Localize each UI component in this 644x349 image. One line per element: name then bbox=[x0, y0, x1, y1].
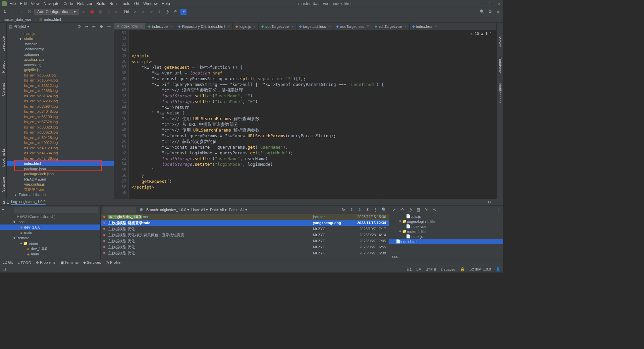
tab-close-icon[interactable]: × bbox=[254, 24, 256, 28]
status-branch[interactable]: ⎇ dev_1.0.0 bbox=[470, 267, 491, 271]
changed-file[interactable]: 📄 utils.js bbox=[389, 214, 503, 219]
changed-file[interactable]: 📄 index.js bbox=[389, 234, 503, 239]
tw-problems[interactable]: ⊘ Problems bbox=[36, 260, 56, 265]
tool-leetcode[interactable]: Leetcode bbox=[1, 36, 5, 51]
menu-tools[interactable]: Tools bbox=[121, 1, 130, 6]
search-commits-icon[interactable]: 🔍 bbox=[381, 207, 387, 213]
status-caret-pos[interactable]: 5:1 bbox=[407, 267, 412, 271]
commit-row[interactable]: 主数据模型:优化Mr.ZYG2023/10/7 17:17 bbox=[101, 226, 389, 232]
branch-item[interactable]: ◈ dev_1.0.0 bbox=[0, 246, 100, 251]
revert-icon[interactable]: ⤵ bbox=[357, 207, 363, 213]
git-update-icon[interactable]: ⤓ bbox=[156, 9, 162, 15]
options-icon[interactable]: ⚙ bbox=[98, 23, 104, 30]
tab-close-icon[interactable]: × bbox=[328, 24, 330, 28]
tw-todo[interactable]: ≡ TODO bbox=[17, 261, 31, 265]
tw-profiler[interactable]: ◷ Profiler bbox=[106, 260, 122, 265]
cherry-pick-icon[interactable]: ⤴ bbox=[348, 207, 355, 213]
tree-item[interactable]: hs_err_pid42436.log bbox=[7, 156, 114, 161]
head-branch[interactable]: HEAD (Current Branch) bbox=[0, 214, 100, 219]
breadcrumb-root[interactable]: master_data_vue bbox=[3, 17, 31, 21]
tree-item[interactable]: gulpfile.js bbox=[7, 67, 114, 73]
status-msg-icon[interactable]: ☐ bbox=[3, 267, 6, 271]
minimize-icon[interactable]: — bbox=[480, 1, 484, 6]
branch-tree[interactable]: HEAD (Current Branch)▾ Local◈ dev_1.0.0◈… bbox=[0, 214, 100, 259]
back-icon[interactable]: ← bbox=[10, 9, 16, 15]
maximize-icon[interactable]: ☐ bbox=[488, 1, 492, 6]
menu-navigate[interactable]: Navigate bbox=[44, 1, 59, 6]
changed-files-tree[interactable]: 📄 utils.js▾ 📁 pages\login 1 file📄 index.… bbox=[389, 214, 503, 253]
tree-item[interactable]: hs_err_pid16612.log bbox=[7, 83, 114, 88]
sync-icon[interactable]: ↻ bbox=[2, 9, 8, 15]
branch-item[interactable]: ◈ main bbox=[0, 230, 100, 235]
git-pull-icon[interactable]: ↙ bbox=[132, 9, 138, 15]
git-hide-icon[interactable]: — bbox=[494, 199, 500, 205]
branch-plus-icon[interactable]: + bbox=[2, 207, 4, 212]
refresh-icon[interactable]: ↻ bbox=[340, 207, 346, 213]
commit-list[interactable]: 🏷 origin & dev_1.0.0 xxxjackson2023/11/1… bbox=[101, 214, 389, 259]
tree-item[interactable]: .babelrc bbox=[7, 41, 114, 47]
tree-item[interactable]: hs_err_pid38620.log bbox=[7, 130, 114, 135]
settings-icon[interactable]: ⚙ bbox=[487, 9, 493, 15]
tree-item[interactable]: hs_err_pid6560.log bbox=[7, 72, 114, 78]
tab-close-icon[interactable]: × bbox=[228, 24, 230, 28]
tree-item[interactable]: package.json bbox=[7, 166, 114, 171]
changed-file[interactable]: ▾ 📁 pages\login 1 file bbox=[389, 219, 503, 224]
branch-search-input[interactable] bbox=[14, 207, 98, 213]
commit-row[interactable]: 主数据模型:优化Mr.ZYG2023/9/27 17:05 bbox=[101, 238, 389, 244]
editor-tab[interactable]: ◆editTarget.vue× bbox=[372, 23, 410, 30]
ide-icon[interactable]: ◆ bbox=[495, 9, 501, 15]
commit-row[interactable]: 主数据模型:优化Mr.ZYG2023/9/27 15:38 bbox=[101, 250, 389, 256]
project-tree[interactable]: main.js▸ static .babelrc .editorconfig .… bbox=[7, 30, 114, 199]
filter-date[interactable]: Date: All ▾ bbox=[210, 208, 227, 212]
git-branch-icon[interactable]: ⎇ bbox=[180, 9, 186, 15]
tree-item[interactable]: main.js bbox=[7, 31, 114, 36]
hide-icon[interactable]: — bbox=[106, 23, 112, 30]
tree-item[interactable]: hs_err_pid37624.log bbox=[7, 119, 114, 125]
editor-tab[interactable]: ◆index.less× bbox=[410, 23, 440, 30]
status-line-sep[interactable]: LF bbox=[417, 267, 421, 271]
commit-search-input[interactable] bbox=[103, 207, 136, 213]
tree-item[interactable]: hs_err_pid35100.log bbox=[7, 114, 114, 119]
commit-row[interactable]: 主数据模型:优化-表头背景颜色，登录按钮宽度Mr.ZYG2023/9/28 14… bbox=[101, 232, 389, 238]
commit-row[interactable]: 主数据模型:链接登录todoyangzhenguang2023/11/15 12… bbox=[101, 220, 389, 226]
tree-item[interactable]: vue.config.js bbox=[7, 182, 114, 187]
editor-tab[interactable]: ◆login.js× bbox=[233, 23, 259, 30]
close-icon[interactable]: ✕ bbox=[497, 1, 501, 6]
git-history-icon[interactable]: ◴ bbox=[164, 9, 170, 15]
git-commit-icon[interactable]: ✓ bbox=[140, 9, 146, 15]
menu-code[interactable]: Code bbox=[63, 1, 73, 6]
tool-notifications[interactable]: Notifications bbox=[498, 83, 502, 103]
inspection-widget[interactable]: ⚠10 ▲1 ˇ bbox=[470, 31, 492, 37]
tree-item[interactable]: hs_err_pid16544.log bbox=[7, 78, 114, 83]
tab-close-icon[interactable]: × bbox=[435, 24, 437, 28]
tree-item[interactable]: hs_err_pid38320.log bbox=[7, 124, 114, 130]
tree-item[interactable]: hs_err_pid31324.log bbox=[7, 93, 114, 99]
git-rollback-icon[interactable]: ↶ bbox=[172, 9, 178, 15]
tool-bookmarks[interactable]: Bookmarks bbox=[1, 148, 5, 167]
tw-terminal[interactable]: ▣ Terminal bbox=[60, 260, 78, 265]
editor-tab[interactable]: ◆addTarget.vue× bbox=[259, 23, 297, 30]
profile-icon[interactable]: ◷ bbox=[105, 9, 111, 15]
debug-icon[interactable]: 🐞 bbox=[89, 9, 95, 15]
tree-item[interactable]: ▸ External Libraries bbox=[7, 192, 114, 198]
locate-icon[interactable]: ⊙ bbox=[76, 23, 82, 30]
menu-view[interactable]: View bbox=[31, 1, 40, 6]
tree-item[interactable]: .postcssrc.js bbox=[7, 57, 114, 62]
filter-user[interactable]: User: All ▾ bbox=[191, 208, 208, 212]
tree-item[interactable]: README.md bbox=[7, 177, 114, 182]
group-icon[interactable]: ▦ bbox=[415, 207, 421, 213]
files-more-icon[interactable]: ⋮ bbox=[495, 207, 501, 213]
collapse-files-icon[interactable]: ⇱ bbox=[431, 207, 437, 213]
branch-group[interactable]: ▾ Remote bbox=[0, 235, 100, 241]
filter-paths[interactable]: Paths: All ▾ bbox=[229, 208, 247, 212]
tree-item[interactable]: hs_err_pid32296.log bbox=[7, 99, 114, 104]
menu-help[interactable]: Help bbox=[162, 1, 170, 6]
tree-item[interactable]: hs_err_pid41584.log bbox=[7, 151, 114, 156]
tab-close-icon[interactable]: × bbox=[367, 24, 369, 28]
editor-tab[interactable]: ◆index.vue× bbox=[145, 23, 175, 30]
history-file-icon[interactable]: ◴ bbox=[407, 207, 413, 213]
commit-row[interactable]: 主数据模型:优化Mr.ZYG2023/9/27 16:55 bbox=[101, 244, 389, 250]
tab-close-icon[interactable]: × bbox=[170, 24, 172, 28]
revert-file-icon[interactable]: ↶ bbox=[399, 207, 405, 213]
branch-item[interactable]: ◈ main bbox=[0, 251, 100, 257]
